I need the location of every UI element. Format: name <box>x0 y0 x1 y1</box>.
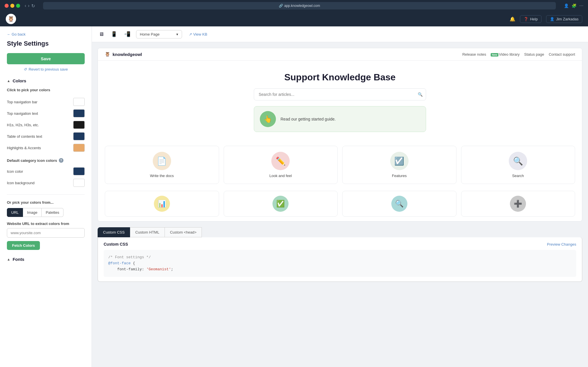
getting-started-text: Read our getting started guide. <box>281 117 336 121</box>
user-icon: 👤 <box>550 17 554 21</box>
tab-palettes[interactable]: Palettes <box>42 208 63 217</box>
help-button[interactable]: ❓ Help <box>520 15 541 23</box>
view-kb-label: View KB <box>193 32 207 36</box>
color-swatch-highlights[interactable] <box>73 144 85 152</box>
fonts-section-label: Fonts <box>13 257 24 262</box>
code-editor[interactable]: /* Font settings */ @font-face { font-fa… <box>104 250 576 277</box>
save-button[interactable]: Save <box>7 53 85 64</box>
kb-card-icon-features: ☑️ <box>390 152 409 170</box>
color-row-headings: H1s, H2s, H3s, etc. <box>7 119 85 131</box>
kb-partial-card-1[interactable]: 📊 <box>105 191 219 217</box>
color-swatch-topnav-bar[interactable] <box>73 98 85 106</box>
color-row-toc-text: Table of contents text <box>7 131 85 142</box>
new-badge: New <box>491 53 498 57</box>
color-row-topnav-text: Top navigation text <box>7 108 85 119</box>
back-arrow[interactable]: ‹ <box>25 3 26 8</box>
kb-nav-release-notes[interactable]: Release notes <box>462 52 486 57</box>
kb-card-label-features: Features <box>347 174 452 178</box>
kb-card-look-feel[interactable]: ✏️ Look and feel <box>224 146 338 184</box>
icon-colors-label: Default category icon colors <box>7 158 57 163</box>
code-line-1: /* Font settings */ <box>108 255 572 261</box>
tab-image[interactable]: Image <box>23 208 42 217</box>
go-back-link[interactable]: ← Go back <box>7 32 85 36</box>
kb-partial-card-2[interactable]: ✅ <box>224 191 338 217</box>
maximize-button[interactable] <box>16 4 20 8</box>
kb-nav-contact[interactable]: Contact support <box>549 52 575 57</box>
extension-icon[interactable]: 🧩 <box>572 3 577 8</box>
tab-url[interactable]: URL <box>7 208 23 217</box>
app-logo[interactable]: 🦉 <box>6 14 16 24</box>
kb-partial-card-4[interactable]: ➕ <box>461 191 575 217</box>
preview-changes-link[interactable]: Preview Changes <box>547 242 576 246</box>
help-tooltip-icon[interactable]: ? <box>59 158 63 163</box>
url-input[interactable] <box>7 228 85 238</box>
url-text: app.knowledgeowl.com <box>284 4 320 8</box>
kb-card-search[interactable]: 🔍 Search <box>461 146 575 184</box>
kb-card-label-write-docs: Write the docs <box>110 174 214 178</box>
getting-started-banner[interactable]: 👆 Read our getting started guide. <box>254 106 426 132</box>
reload-button[interactable]: ↻ <box>31 3 35 9</box>
header-right: 🔔 ❓ Help 👤 Jim Zarkadas <box>510 15 582 23</box>
color-swatch-headings[interactable] <box>73 121 85 129</box>
help-label: Help <box>530 17 538 21</box>
code-panel: Custom CSS Preview Changes /* Font setti… <box>98 237 582 282</box>
preview-area: 🖥 📱 📲 Home Page ▾ ↗ View KB 🦉 knowledgeo… <box>92 26 588 367</box>
profile-icon[interactable]: 👤 <box>564 3 569 8</box>
kb-nav-video-library[interactable]: NewVideo library <box>491 52 520 57</box>
kb-preview-frame: 🦉 knowledgeowl Release notes NewVideo li… <box>98 48 582 222</box>
device-desktop-button[interactable]: 🖥 <box>98 30 105 38</box>
address-bar[interactable]: 🔗 app.knowledgeowl.com <box>43 2 556 9</box>
color-label-topnav-bar: Top navigation bar <box>7 100 37 104</box>
kb-cards-row2: 📊 ✅ 🔍 ➕ <box>98 191 582 221</box>
browser-chrome: ‹ › ↻ 🔗 app.knowledgeowl.com 👤 🧩 ⋯ <box>0 0 588 11</box>
revert-icon: ↺ <box>24 67 27 71</box>
device-mobile-button[interactable]: 📲 <box>123 30 131 38</box>
kb-card-label-search: Search <box>466 174 570 178</box>
divider <box>7 194 85 195</box>
minimize-button[interactable] <box>10 4 14 8</box>
code-editor-section: Custom CSS Custom HTML Custom <head> Cus… <box>98 227 582 282</box>
kb-partial-icon-1: 📊 <box>154 196 170 212</box>
code-line-2: @font-face { <box>108 261 572 267</box>
kb-topnav: 🦉 knowledgeowl Release notes NewVideo li… <box>98 48 582 61</box>
tab-custom-html[interactable]: Custom HTML <box>130 227 165 237</box>
color-row-icon-color: Icon color <box>7 166 85 177</box>
user-name: Jim Zarkadas <box>556 17 579 21</box>
menu-icon[interactable]: ⋯ <box>579 3 583 8</box>
view-kb-link[interactable]: ↗ View KB <box>189 32 207 36</box>
user-menu-button[interactable]: 👤 Jim Zarkadas <box>546 15 582 23</box>
color-label-toc-text: Table of contents text <box>7 134 42 139</box>
colors-arrow-icon: ▲ <box>7 79 10 83</box>
forward-arrow[interactable]: › <box>28 3 29 8</box>
color-swatch-topnav-text[interactable] <box>73 109 85 117</box>
color-rows-container: Top navigation bar Top navigation text H… <box>7 96 85 154</box>
fonts-arrow-icon: ▲ <box>7 257 10 261</box>
color-swatch-toc-text[interactable] <box>73 132 85 140</box>
page-dropdown[interactable]: Home Page ▾ <box>136 30 182 38</box>
app-header: 🦉 🔔 ❓ Help 👤 Jim Zarkadas <box>0 11 588 26</box>
revert-link[interactable]: ↺ Revert to previous save <box>7 67 85 71</box>
color-source-tabs: URL Image Palettes <box>7 208 85 217</box>
colors-section-header[interactable]: ▲ Colors <box>7 78 85 83</box>
kb-card-features[interactable]: ☑️ Features <box>342 146 457 184</box>
browser-actions: 👤 🧩 ⋯ <box>564 3 583 8</box>
kb-partial-card-3[interactable]: 🔍 <box>342 191 457 217</box>
notification-bell[interactable]: 🔔 <box>510 16 515 22</box>
kb-logo-emoji: 🦉 <box>105 52 110 57</box>
tab-custom-css[interactable]: Custom CSS <box>98 227 130 237</box>
page-title: Style Settings <box>7 40 85 47</box>
fetch-colors-button[interactable]: Fetch Colors <box>7 241 40 250</box>
kb-search-input[interactable] <box>254 88 426 100</box>
preview-toolbar: 🖥 📱 📲 Home Page ▾ ↗ View KB <box>92 26 588 42</box>
fonts-section-header[interactable]: ▲ Fonts <box>7 257 85 262</box>
kb-nav-status[interactable]: Status page <box>524 52 544 57</box>
device-tablet-button[interactable]: 📱 <box>110 30 118 38</box>
kb-card-write-docs[interactable]: 📄 Write the docs <box>105 146 219 184</box>
color-swatch-icon-color[interactable] <box>73 167 85 175</box>
code-tabs: Custom CSS Custom HTML Custom <head> <box>98 227 582 237</box>
close-button[interactable] <box>5 4 9 8</box>
kb-partial-icon-3: 🔍 <box>391 196 407 212</box>
color-swatch-icon-bg[interactable] <box>73 179 85 187</box>
tab-custom-head[interactable]: Custom <head> <box>165 227 202 237</box>
url-label: Website URL to extract colors from <box>7 222 85 226</box>
